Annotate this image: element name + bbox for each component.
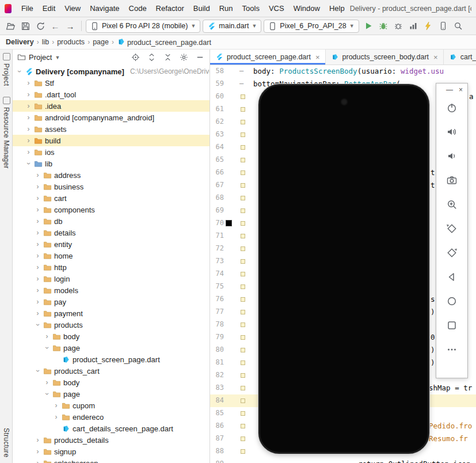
open-button[interactable] xyxy=(3,19,17,33)
menu-item-tools[interactable]: Tools xyxy=(238,2,264,14)
chevron-collapsed-icon[interactable]: › xyxy=(35,252,41,260)
menu-item-navigate[interactable]: Navigate xyxy=(85,2,124,14)
tab-close-icon[interactable]: × xyxy=(315,53,320,62)
flutter-inspector-button[interactable] xyxy=(451,19,465,33)
sync-button[interactable] xyxy=(33,19,47,33)
tree-item-body[interactable]: ›body xyxy=(13,331,210,342)
tree-item-page[interactable]: ›page xyxy=(13,388,210,400)
tree-item-endereco[interactable]: ›endereco xyxy=(13,411,210,423)
tab-close-icon[interactable]: × xyxy=(433,53,438,62)
chevron-expanded-icon[interactable]: › xyxy=(34,368,42,374)
chevron-collapsed-icon[interactable]: › xyxy=(25,136,32,145)
chevron-collapsed-icon[interactable]: › xyxy=(35,206,41,214)
tree-item-home[interactable]: ›home xyxy=(13,250,210,261)
breadcrumb-item-Delivery[interactable]: Delivery xyxy=(6,38,34,46)
tree-item-signup[interactable]: ›signup xyxy=(13,446,210,457)
locate-icon[interactable] xyxy=(130,52,140,63)
chevron-expanded-icon[interactable]: › xyxy=(25,161,33,167)
power-button[interactable] xyxy=(444,100,460,116)
profiler-button[interactable] xyxy=(406,19,420,33)
editor-tab-cart_details_[interactable]: cart_details_× xyxy=(444,50,476,64)
tree-item-http[interactable]: ›http xyxy=(13,261,210,273)
chevron-collapsed-icon[interactable]: › xyxy=(35,217,41,225)
tree-item-cart_details_screen_page.dart[interactable]: cart_details_screen_page.dart xyxy=(13,423,210,434)
tree-item-cart[interactable]: ›cart xyxy=(13,192,210,204)
chevron-collapsed-icon[interactable]: › xyxy=(35,194,41,202)
attach-debugger-button[interactable] xyxy=(391,19,405,33)
chevron-collapsed-icon[interactable]: › xyxy=(35,436,41,444)
menu-item-file[interactable]: File xyxy=(17,2,38,14)
chevron-collapsed-icon[interactable]: › xyxy=(35,447,41,456)
tree-item-products_details[interactable]: ›products_details xyxy=(13,434,210,446)
chevron-expanded-icon[interactable]: › xyxy=(16,69,24,75)
tree-item-lib[interactable]: ›lib xyxy=(13,158,210,169)
chevron-collapsed-icon[interactable]: › xyxy=(25,102,32,110)
zoom-in-button[interactable] xyxy=(444,196,460,212)
back-button[interactable] xyxy=(444,269,460,285)
tree-item-products[interactable]: ›products xyxy=(13,319,210,331)
run-button[interactable] xyxy=(361,19,375,33)
hide-icon[interactable] xyxy=(195,52,205,63)
stripe-tab-resource-manager[interactable]: Resource Manager xyxy=(0,97,13,169)
device-mirror-button[interactable] xyxy=(436,19,450,33)
chevron-collapsed-icon[interactable]: › xyxy=(35,286,41,294)
tree-item-build[interactable]: ›build xyxy=(13,135,210,146)
tree-item-pay[interactable]: ›pay xyxy=(13,296,210,308)
chevron-collapsed-icon[interactable]: › xyxy=(25,79,32,87)
breadcrumb-item-product_screen_page.dart[interactable]: product_screen_page.dart xyxy=(117,37,211,47)
rotate-left-button[interactable] xyxy=(444,221,460,237)
chevron-expanded-icon[interactable]: › xyxy=(43,391,51,397)
color-swatch[interactable] xyxy=(226,220,232,226)
overview-button[interactable] xyxy=(444,317,460,333)
menu-item-view[interactable]: View xyxy=(60,2,85,14)
chevron-collapsed-icon[interactable]: › xyxy=(25,125,32,133)
debug-button[interactable] xyxy=(376,19,390,33)
chevron-collapsed-icon[interactable]: › xyxy=(35,183,41,191)
target-device-dropdown[interactable]: Pixel_6_Pro_API_28 ▼ xyxy=(264,20,359,33)
menu-item-vcs[interactable]: VCS xyxy=(264,2,289,14)
tree-item-.dart_tool[interactable]: ›.dart_tool xyxy=(13,89,210,100)
chevron-collapsed-icon[interactable]: › xyxy=(35,229,41,237)
chevron-collapsed-icon[interactable]: › xyxy=(53,413,59,421)
tree-item-stf[interactable]: ›Stf xyxy=(13,77,210,89)
chevron-collapsed-icon[interactable]: › xyxy=(35,263,41,271)
breadcrumb-item-page[interactable]: page xyxy=(93,38,109,46)
back-button[interactable]: ← xyxy=(48,19,62,33)
minimize-icon[interactable]: — xyxy=(446,86,453,93)
chevron-collapsed-icon[interactable]: › xyxy=(35,240,41,248)
tree-item-splashscreen[interactable]: ›splashscreen xyxy=(13,457,210,463)
volume-up-button[interactable] xyxy=(444,124,460,140)
expand-all-icon[interactable] xyxy=(146,52,157,63)
tree-item-products_cart[interactable]: ›products_cart xyxy=(13,365,210,377)
chevron-collapsed-icon[interactable]: › xyxy=(35,171,41,179)
tree-item-page[interactable]: ›page xyxy=(13,342,210,354)
chevron-collapsed-icon[interactable]: › xyxy=(25,148,32,156)
collapse-all-icon[interactable] xyxy=(162,52,173,63)
tree-item-login[interactable]: ›login xyxy=(13,273,210,284)
more-button[interactable] xyxy=(444,341,460,358)
project-panel-title[interactable]: Project xyxy=(29,53,52,62)
save-button[interactable] xyxy=(18,19,32,33)
tree-item-assets[interactable]: ›assets xyxy=(13,123,210,135)
chevron-collapsed-icon[interactable]: › xyxy=(25,90,32,98)
tree-item-models[interactable]: ›models xyxy=(13,284,210,296)
breadcrumb-item-products[interactable]: products xyxy=(57,38,85,46)
chevron-collapsed-icon[interactable]: › xyxy=(35,459,41,463)
chevron-collapsed-icon[interactable]: › xyxy=(35,298,41,306)
run-config-dropdown[interactable]: main.dart ▼ xyxy=(203,20,261,33)
chevron-collapsed-icon[interactable]: › xyxy=(44,332,50,340)
tree-item-ios[interactable]: ›ios xyxy=(13,146,210,158)
tree-item-payment[interactable]: ›payment xyxy=(13,308,210,319)
tree-item-business[interactable]: ›business xyxy=(13,181,210,192)
editor-tab-products_screen_body.dart[interactable]: products_screen_body.dart× xyxy=(326,50,444,64)
tree-item-.idea[interactable]: ›.idea xyxy=(13,100,210,112)
volume-down-button[interactable] xyxy=(444,148,460,164)
chevron-collapsed-icon[interactable]: › xyxy=(35,275,41,283)
tree-item-db[interactable]: ›db xyxy=(13,215,210,227)
screenshot-button[interactable] xyxy=(444,172,460,188)
tree-item-entity[interactable]: ›entity xyxy=(13,238,210,250)
menu-item-build[interactable]: Build xyxy=(189,2,215,14)
fold-marker-icon[interactable]: — xyxy=(239,79,243,88)
menu-item-run[interactable]: Run xyxy=(215,2,238,14)
fold-marker-icon[interactable]: — xyxy=(239,67,243,75)
